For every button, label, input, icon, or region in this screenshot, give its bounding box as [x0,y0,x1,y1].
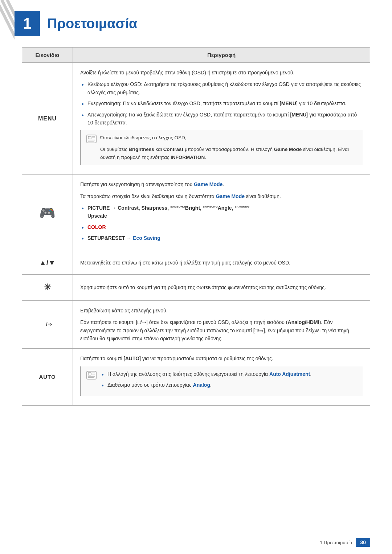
brightness-desc-text: Χρησιμοποιήστε αυτό το κουμπί για τη ρύθ… [80,283,363,291]
gamepad-line2: Τα παρακάτω στοιχεία δεν είναι διαθέσιμα… [80,192,363,200]
footer-page-number: 30 [356,538,370,547]
col1-header: Εικονίδια [22,48,73,63]
list-item: Κλείδωμα ελέγχου OSD: Διατηρήστε τις τρέ… [80,80,363,97]
list-item: SETUP&RESET → Eco Saving [80,234,363,242]
note-text: Όταν είναι κλειδωμένος ο έλεγχος OSD, Οι… [100,134,358,161]
gamepad-bullet-list: PICTURE → Contrast, Sharpness, SAMSUNGBr… [80,204,363,242]
brightness-desc-cell: Χρησιμοποιήστε αυτό το κουμπί για τη ρύθ… [73,275,370,300]
list-item: Απενεργοποίηση: Για να ξεκλειδώσετε τον … [80,111,363,127]
list-item: Η αλλαγή της ανάλυσης στις Ιδιότητες οθό… [100,370,311,378]
diagonal-decoration [0,0,15,40]
table-row: MENU Ανοίξτε ή κλείστε το μενού προβολής… [22,63,370,175]
content-area: Εικονίδια Περιγραφή MENU Ανοίξτε ή κλείσ… [0,44,392,420]
list-item: Ενεργοποίηση: Για να κλειδώσετε τον έλεγ… [80,99,363,107]
auto-desc-cell: Πατήστε το κουμπί [AUTO] για να προσαρμο… [73,349,370,405]
auto-line1: Πατήστε το κουμπί [AUTO] για να προσαρμο… [80,354,363,362]
source-icon: □/⇒ [43,321,52,327]
menu-note-box: Όταν είναι κλειδωμένος ο έλεγχος OSD, Οι… [80,130,363,165]
source-icon-cell: □/⇒ [22,300,73,349]
source-desc-cell: Επιβεβαίωση κάποιας επιλογής μενού. Εάν … [73,300,370,349]
brightness-icon-cell: ✳ [22,275,73,300]
chapter-number: 1 [23,15,31,32]
main-table: Εικονίδια Περιγραφή MENU Ανοίξτε ή κλείσ… [22,47,370,406]
menu-icon-cell: MENU [22,63,73,175]
list-item: COLOR [80,223,363,231]
chapter-number-box: 1 [15,11,40,36]
source-line1: Επιβεβαίωση κάποιας επιλογής μενού. [80,307,363,315]
arrows-desc-text: Μετακινηθείτε στο επάνω ή στο κάτω μενού… [80,259,363,267]
svg-rect-10 [88,373,91,375]
col2-header: Περιγραφή [73,48,370,63]
chapter-title: Προετοιμασία [47,11,137,36]
arrows-desc-cell: Μετακινηθείτε στο επάνω ή στο κάτω μενού… [73,251,370,275]
footer-section-label: 1 Προετοιμασία [320,540,352,545]
table-row: □/⇒ Επιβεβαίωση κάποιας επιλογής μενού. … [22,300,370,349]
svg-rect-4 [88,136,91,139]
menu-desc-cell: Ανοίξτε ή κλείστε το μενού προβολής στην… [73,63,370,175]
menu-icon-text: MENU [38,115,57,122]
auto-note-box: Η αλλαγή της ανάλυσης στις Ιδιότητες οθό… [80,366,363,396]
table-row: 🎮 Πατήστε για ενεργοποίηση ή απενεργοποί… [22,175,370,251]
menu-bullet-list: Κλείδωμα ελέγχου OSD: Διατηρήστε τις τρέ… [80,80,363,127]
auto-icon-cell: AUTO [22,349,73,405]
list-item: PICTURE → Contrast, Sharpness, SAMSUNGBr… [80,204,363,220]
auto-note-list: Η αλλαγή της ανάλυσης στις Ιδιότητες οθό… [100,370,311,392]
auto-icon-text: AUTO [39,374,56,380]
note-line1: Όταν είναι κλειδωμένος ο έλεγχος OSD, [100,134,358,142]
gamepad-line1: Πατήστε για ενεργοποίηση ή απενεργοποίησ… [80,180,363,188]
gamepad-desc-cell: Πατήστε για ενεργοποίηση ή απενεργοποίησ… [73,175,370,251]
note-icon [86,135,97,143]
menu-intro-text: Ανοίξτε ή κλείστε το μενού προβολής στην… [80,69,363,77]
table-row: ▲/▼ Μετακινηθείτε στο επάνω ή στο κάτω μ… [22,251,370,275]
gamepad-icon: 🎮 [39,205,56,220]
source-line2: Εάν πατήσετε το κουμπί [□/⇒] όταν δεν εμ… [80,318,363,342]
table-row: AUTO Πατήστε το κουμπί [AUTO] για να προ… [22,349,370,405]
gamepad-icon-cell: 🎮 [22,175,73,251]
table-row: ✳ Χρησιμοποιήστε αυτό το κουμπί για τη ρ… [22,275,370,300]
page-wrapper: 1 Προετοιμασία Εικονίδια Περιγραφή MENU … [0,0,392,554]
arrows-icon-cell: ▲/▼ [22,251,73,275]
list-item: Διαθέσιμο μόνο σε τρόπο λειτουργίας Anal… [100,381,311,389]
brightness-icon: ✳ [44,282,51,292]
page-footer: 1 Προετοιμασία 30 [320,538,370,547]
arrows-icon: ▲/▼ [39,259,56,267]
chapter-header: 1 Προετοιμασία [0,0,392,44]
auto-note-icon [86,371,97,379]
note-line2: Οι ρυθμίσεις Brightness και Contrast μπο… [100,145,358,161]
